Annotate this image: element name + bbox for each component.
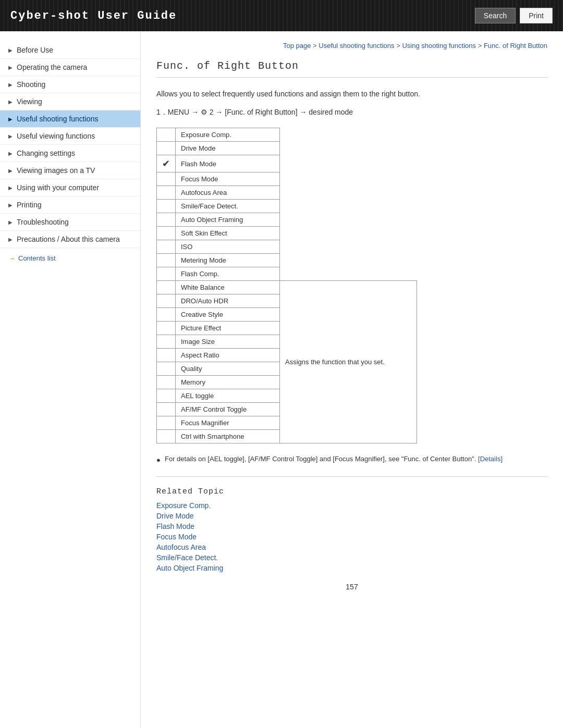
related-link-2[interactable]: Flash Mode (156, 522, 547, 530)
function-label: Focus Mode (176, 172, 280, 186)
function-table: Exposure Comp.Drive Mode✔Flash ModeFocus… (156, 128, 417, 443)
check-cell (157, 172, 176, 186)
sidebar-label: Viewing (17, 97, 42, 106)
sidebar-arrow-icon: ▶ (8, 151, 13, 156)
table-row: Autofocus Area (157, 186, 417, 200)
function-label: Creative Style (176, 308, 280, 322)
sidebar-label: Troubleshooting (17, 218, 69, 226)
sidebar-arrow-icon: ▶ (8, 237, 13, 242)
sidebar-label: Using with your computer (17, 183, 99, 192)
function-label: Ctrl with Smartphone (176, 430, 280, 443)
function-label: Memory (176, 376, 280, 389)
details-link[interactable]: [Details] (478, 455, 503, 463)
sidebar-item-1[interactable]: ▶Operating the camera (0, 59, 140, 76)
breadcrumb-link-6[interactable]: Func. of Right Button (484, 42, 547, 50)
sidebar-arrow-icon: ▶ (8, 116, 13, 122)
function-label: Quality (176, 362, 280, 376)
function-label: Picture Effect (176, 322, 280, 335)
main-layout: ▶Before Use▶Operating the camera▶Shootin… (0, 31, 563, 728)
breadcrumb-link-4[interactable]: Using shooting functions (402, 42, 476, 50)
function-label: Flash Comp. (176, 267, 280, 281)
table-row: Auto Object Framing (157, 213, 417, 227)
related-link-4[interactable]: Autofocus Area (156, 543, 547, 551)
check-cell (157, 362, 176, 376)
related-link-0[interactable]: Exposure Comp. (156, 501, 547, 510)
check-cell (157, 403, 176, 416)
check-cell (157, 200, 176, 213)
sidebar-label: Operating the camera (17, 63, 87, 71)
header: Cyber-shot User Guide Search Print (0, 0, 563, 31)
print-button[interactable]: Print (520, 8, 553, 23)
check-cell (157, 186, 176, 200)
sidebar-arrow-icon: ▶ (8, 202, 13, 208)
contents-link[interactable]: → Contents list (0, 248, 140, 268)
sidebar-item-0[interactable]: ▶Before Use (0, 42, 140, 59)
sidebar-item-9[interactable]: ▶Printing (0, 196, 140, 214)
sidebar-label: Printing (17, 201, 41, 209)
note-section: ● For details on [AEL toggle], [AF/MF Co… (156, 454, 547, 466)
check-cell (157, 389, 176, 403)
sidebar-item-6[interactable]: ▶Changing settings (0, 145, 140, 162)
sidebar-label: Useful shooting functions (17, 115, 98, 123)
sidebar-item-2[interactable]: ▶Shooting (0, 76, 140, 93)
table-row: Focus Mode (157, 172, 417, 186)
check-cell (157, 254, 176, 267)
table-row: Soft Skin Effect (157, 227, 417, 240)
search-button[interactable]: Search (475, 8, 516, 23)
sidebar-label: Viewing images on a TV (17, 166, 95, 175)
sidebar-item-5[interactable]: ▶Useful viewing functions (0, 128, 140, 145)
related-link-3[interactable]: Focus Mode (156, 533, 547, 541)
check-cell (157, 240, 176, 254)
checkmark-icon: ✔ (162, 158, 170, 169)
related-link-5[interactable]: Smile/Face Detect. (156, 553, 547, 562)
breadcrumb: Top page > Useful shooting functions > U… (156, 42, 547, 50)
function-label: Drive Mode (176, 142, 280, 155)
sidebar-item-3[interactable]: ▶Viewing (0, 93, 140, 110)
function-label: DRO/Auto HDR (176, 294, 280, 308)
sidebar-arrow-icon: ▶ (8, 133, 13, 139)
header-buttons: Search Print (475, 8, 553, 23)
sidebar-item-10[interactable]: ▶Troubleshooting (0, 214, 140, 231)
check-cell (157, 308, 176, 322)
breadcrumb-link-2[interactable]: Useful shooting functions (319, 42, 394, 50)
check-cell (157, 281, 176, 294)
sidebar-item-11[interactable]: ▶Precautions / About this camera (0, 231, 140, 248)
check-cell: ✔ (157, 155, 176, 172)
related-link-6[interactable]: Auto Object Framing (156, 564, 547, 572)
table-row: Metering Mode (157, 254, 417, 267)
table-row: Exposure Comp. (157, 128, 417, 142)
function-label: Auto Object Framing (176, 213, 280, 227)
check-cell (157, 213, 176, 227)
contents-link-arrow-icon: → (8, 254, 15, 262)
check-cell (157, 349, 176, 362)
sidebar-arrow-icon: ▶ (8, 82, 13, 88)
related-link-1[interactable]: Drive Mode (156, 512, 547, 520)
function-label: Metering Mode (176, 254, 280, 267)
note-text: For details on [AEL toggle], [AF/MF Cont… (165, 454, 503, 465)
related-topic-section: Related Topic Exposure Comp.Drive ModeFl… (156, 487, 547, 572)
function-label: Focus Magnifier (176, 416, 280, 430)
check-cell (157, 294, 176, 308)
sidebar-label: Useful viewing functions (17, 132, 95, 140)
sidebar-item-8[interactable]: ▶Using with your computer (0, 179, 140, 196)
breadcrumb-link-0[interactable]: Top page (283, 42, 311, 50)
function-label: Flash Mode (176, 155, 280, 172)
function-label: ISO (176, 240, 280, 254)
sidebar: ▶Before Use▶Operating the camera▶Shootin… (0, 31, 141, 728)
sidebar-item-7[interactable]: ▶Viewing images on a TV (0, 162, 140, 179)
check-cell (157, 227, 176, 240)
sidebar-label: Changing settings (17, 149, 75, 157)
table-row: Smile/Face Detect. (157, 200, 417, 213)
main-content: Top page > Useful shooting functions > U… (141, 31, 563, 728)
check-cell (157, 128, 176, 142)
function-label: AEL toggle (176, 389, 280, 403)
function-label: Autofocus Area (176, 186, 280, 200)
table-row: ISO (157, 240, 417, 254)
function-label: Soft Skin Effect (176, 227, 280, 240)
sidebar-item-4[interactable]: ▶Useful shooting functions (0, 110, 140, 128)
sidebar-label: Precautions / About this camera (17, 235, 120, 243)
function-label: Image Size (176, 335, 280, 349)
sidebar-arrow-icon: ▶ (8, 219, 13, 225)
table-row: Flash Comp. (157, 267, 417, 281)
sidebar-arrow-icon: ▶ (8, 99, 13, 105)
